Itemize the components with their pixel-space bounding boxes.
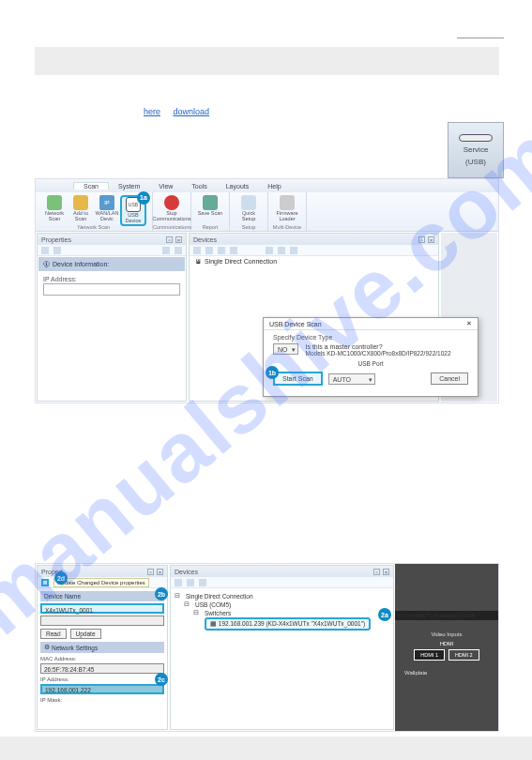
chip-icon xyxy=(280,195,295,210)
network-scan-button[interactable]: Network Scan xyxy=(41,195,68,222)
add-to-scan-button[interactable]: Add to Scan xyxy=(68,195,94,222)
group-caption-setup: Setup xyxy=(230,224,267,230)
quick-setup-button[interactable]: Quick Setup xyxy=(236,195,262,222)
screenshot-2: Propert ▫× 2d Update Changed Device prop… xyxy=(35,563,499,732)
device-name-input[interactable]: X4x1WUTx_0001 xyxy=(40,603,164,614)
ipmask-label: IP Mask: xyxy=(40,697,164,703)
info-icon: 🛈 xyxy=(43,261,50,267)
hdmi2-button[interactable]: HDMI 2 xyxy=(448,649,479,661)
add-icon xyxy=(73,195,88,210)
read-button[interactable]: Read xyxy=(40,629,67,639)
device-row[interactable]: 🖥 Single Direct Connection xyxy=(190,256,438,266)
tool-icon[interactable] xyxy=(218,247,225,254)
service-label: Service xyxy=(448,145,503,154)
badge-2b: 2b xyxy=(155,587,168,600)
save-scan-button[interactable]: Save Scan xyxy=(197,195,223,217)
ribbon-group-report: Save Scan Report xyxy=(191,192,230,231)
pin-icon[interactable]: ▫ xyxy=(373,569,380,575)
header-separator xyxy=(457,38,504,38)
ip-address-label: IP Address: xyxy=(43,276,186,282)
tab-help[interactable]: Help xyxy=(258,183,290,190)
badge-1b: 1b xyxy=(266,366,279,379)
tool-icon[interactable] xyxy=(175,247,182,254)
devices-title-2: Devices xyxy=(175,569,198,575)
tree-usb[interactable]: USB (COM5) xyxy=(184,600,389,609)
ribbon-tabs: Scan System View Tools Layouts Help xyxy=(36,179,498,192)
gear-icon: ⚙ xyxy=(44,644,50,651)
badge-2a: 2a xyxy=(378,608,391,621)
service-sub: (USB) xyxy=(448,158,503,166)
start-scan-button[interactable]: Start Scan xyxy=(273,372,323,386)
tab-system[interactable]: System xyxy=(109,183,149,190)
tree-root[interactable]: Single Direct Connection xyxy=(175,592,389,600)
tool-icon[interactable] xyxy=(193,247,201,254)
cancel-button[interactable]: Cancel xyxy=(431,372,468,385)
video-inputs-label: Video Inputs xyxy=(399,631,494,637)
update-props-button[interactable] xyxy=(41,579,49,586)
wanlan-button[interactable]: IP WAN/LAN Devic xyxy=(94,195,120,222)
control-panel: KD-X4x1WUTx Presentation Swit Video Inpu… xyxy=(395,564,498,731)
close-icon[interactable]: × xyxy=(428,236,434,243)
tool-icon[interactable] xyxy=(53,247,61,254)
tool-icon[interactable] xyxy=(278,247,285,254)
badge-2c: 2c xyxy=(155,673,168,686)
devices-panel-2: Devices ▫× Single Direct Connection USB … xyxy=(170,565,394,730)
usb-port-select[interactable]: AUTO xyxy=(328,373,375,385)
ribbon-group-multi: Firmware Loader Multi-Device xyxy=(268,192,307,231)
wallplate-label: Wallplate xyxy=(404,670,494,676)
properties-title: Properties xyxy=(41,236,71,243)
ip-address-input-2[interactable]: 192.168.001.222 xyxy=(40,684,164,694)
firmware-loader-button[interactable]: Firmware Loader xyxy=(274,195,300,222)
close-icon[interactable]: × xyxy=(383,569,389,575)
master-controller-select[interactable]: NO xyxy=(273,343,298,355)
tool-icon[interactable] xyxy=(162,247,170,254)
stop-icon xyxy=(164,195,179,210)
disabled-field xyxy=(40,616,164,626)
tab-tools[interactable]: Tools xyxy=(182,183,216,190)
close-icon[interactable]: × xyxy=(175,236,182,243)
control-title: KD-X4x1WUTx Presentation Swit xyxy=(395,611,498,620)
link-here[interactable]: here xyxy=(144,107,160,116)
link-download[interactable]: download xyxy=(174,107,210,116)
tool-icon[interactable] xyxy=(266,247,273,254)
mac-value: 26:5F:78:24:B7:45 xyxy=(40,663,164,674)
globe-icon xyxy=(47,195,62,210)
dialog-question: Is this a master controller? xyxy=(306,343,451,350)
group-caption-report: Report xyxy=(191,224,229,230)
close-icon[interactable]: × xyxy=(157,569,163,575)
tool-icon[interactable] xyxy=(175,579,182,586)
pin-icon[interactable]: ▫ xyxy=(147,569,154,575)
tool-icon[interactable] xyxy=(205,247,213,254)
ribbon-toolbar: Network Scan Add to Scan IP WAN/LAN Devi… xyxy=(36,192,498,232)
tab-view[interactable]: View xyxy=(149,183,182,190)
stop-comm-button[interactable]: Stop Communications xyxy=(159,195,185,222)
usb-device-button[interactable]: 1a USB USB Device xyxy=(120,195,146,226)
tree-device-leaf[interactable]: ▦ 192.168.001.239 (KD-X4x1WUTx "X4x1WUTx… xyxy=(205,617,371,631)
tool-icon[interactable] xyxy=(187,579,194,586)
tab-scan[interactable]: Scan xyxy=(73,182,109,190)
tool-icon[interactable] xyxy=(199,579,206,586)
tool-icon[interactable] xyxy=(41,247,49,254)
service-usb-port: Service (USB) xyxy=(448,122,504,178)
properties-panel-2: Propert ▫× 2d Update Changed Device prop… xyxy=(37,565,168,730)
group-caption-multi: Multi-Device xyxy=(268,224,306,230)
update-button[interactable]: Update xyxy=(70,629,101,639)
dialog-models: Models KD-MC1000/CX800/Pro8x8D/IP822/922… xyxy=(306,350,451,357)
links-row: here download xyxy=(141,107,212,116)
pin-icon[interactable]: ▫ xyxy=(166,236,173,243)
tooltip: Update Changed Device properties xyxy=(53,578,149,587)
tool-icon[interactable] xyxy=(290,247,297,254)
group-caption-comm: Communications xyxy=(153,224,190,230)
ip-address-input[interactable] xyxy=(43,283,180,296)
properties-panel: Properties ▫× 🛈 Device Information: IP A… xyxy=(37,233,187,402)
mac-label: MAC Address: xyxy=(40,656,164,661)
close-icon[interactable]: ✕ xyxy=(466,320,472,327)
tool-icon[interactable] xyxy=(230,247,237,254)
save-icon xyxy=(203,195,218,210)
tree-switchers[interactable]: Switchers xyxy=(193,609,389,617)
wizard-icon xyxy=(241,195,256,210)
tab-layouts[interactable]: Layouts xyxy=(217,183,259,190)
group-caption-scan: Network Scan xyxy=(36,224,152,230)
hdmi1-button[interactable]: HDMI 1 xyxy=(414,649,445,661)
pin-icon[interactable]: ▫ xyxy=(418,236,425,243)
